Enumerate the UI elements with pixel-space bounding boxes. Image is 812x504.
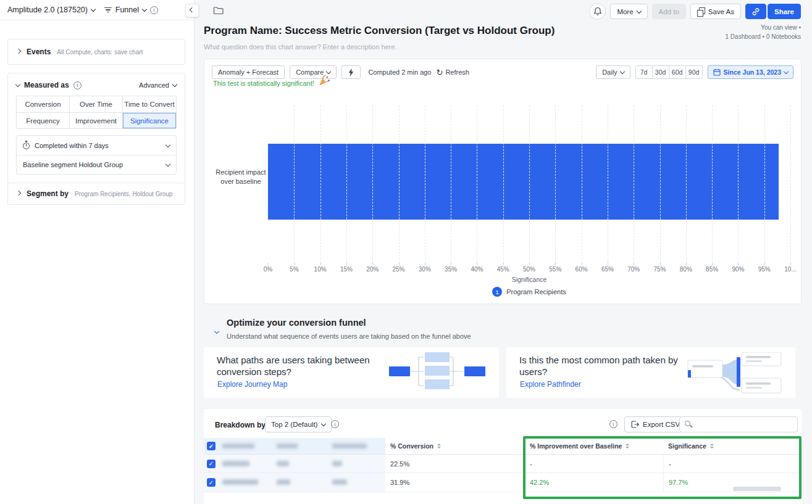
quick-insights-button[interactable] [341, 65, 361, 79]
explore-pathfinder-link[interactable]: Explore Pathfinder [520, 380, 581, 389]
chart-type-selector[interactable]: Funnel [104, 6, 146, 14]
tab-significance[interactable]: Significance [123, 112, 176, 128]
range-30d[interactable]: 30d [652, 65, 669, 79]
select-all-checkbox[interactable] [207, 442, 216, 450]
redacted-header-segment [222, 444, 254, 448]
chart-toolbar-left: Anomaly + Forecast Compare Computed 2 mi… [212, 65, 469, 79]
sidebar-collapse-button[interactable] [185, 4, 199, 17]
description-placeholder[interactable]: What question does this chart answer? En… [204, 43, 396, 51]
folder-icon[interactable] [213, 6, 224, 17]
add-to-button[interactable]: Add to [652, 4, 686, 19]
more-button[interactable]: More [610, 4, 647, 19]
sort-icon [626, 444, 629, 448]
chevron-down-icon [214, 329, 219, 334]
export-icon [631, 421, 639, 428]
chevron-down-icon [326, 69, 331, 74]
significance-bar[interactable] [268, 144, 779, 220]
range-90d[interactable]: 90d [685, 65, 703, 79]
anomaly-forecast-button[interactable]: Anomaly + Forecast [212, 65, 285, 79]
column-header-pct-conversion[interactable]: % Conversion [385, 438, 525, 454]
column-header-significance[interactable]: Significance [663, 438, 802, 454]
copy-link-button[interactable] [745, 4, 766, 19]
table-row[interactable]: 31.9% 42.2% 97.7% [204, 473, 802, 492]
tab-conversion[interactable]: Conversion [17, 96, 70, 112]
sort-icon [710, 444, 714, 448]
tab-over-time[interactable]: Over Time [70, 96, 123, 112]
tab-frequency[interactable]: Frequency [17, 112, 70, 128]
measured-as-tabs: Conversion Over Time Time to Convert Fre… [16, 96, 177, 129]
funnel-section-subtitle: Understand what sequence of events users… [227, 333, 471, 340]
funnel-icon [104, 7, 112, 13]
baseline-segment-row[interactable]: Baseline segment Holdout Group [17, 155, 176, 174]
cell-significance: - [663, 455, 802, 473]
chevron-down-icon [165, 162, 170, 167]
events-label: Events [27, 48, 51, 56]
baseline-segment-label: Baseline segment Holdout Group [23, 161, 123, 168]
table-row[interactable]: 22.5% - - [204, 455, 802, 473]
party-popper-icon [317, 74, 331, 88]
table-search[interactable] [679, 416, 798, 432]
completed-within-row[interactable]: Completed within 7 days [17, 136, 176, 155]
chevron-down-icon[interactable] [15, 82, 20, 87]
page-title[interactable]: Program Name: Success Metric Conversion … [204, 25, 555, 37]
column-header-improvement[interactable]: % Improvement over Baseline [525, 438, 663, 454]
pathfinder-question: Is this the most common path taken by us… [519, 355, 681, 378]
range-60d[interactable]: 60d [669, 65, 686, 79]
row-checkbox[interactable] [207, 478, 216, 487]
redacted-header-count [277, 444, 298, 448]
chevron-down-icon [619, 69, 624, 74]
notifications-button[interactable] [589, 3, 606, 20]
stopwatch-icon [23, 143, 30, 149]
advanced-toggle[interactable]: Advanced [139, 81, 177, 89]
horizontal-scrollbar[interactable] [733, 487, 781, 491]
events-summary: All Compute, charts: save chart [57, 49, 143, 56]
events-section[interactable]: Events All Compute, charts: save chart [7, 39, 185, 65]
measured-as-section: Measured as Advanced Conversion Over Tim… [7, 73, 185, 184]
interval-select[interactable]: Daily [596, 65, 630, 79]
info-icon[interactable] [609, 420, 617, 428]
date-range-button[interactable]: Since Jun 13, 2023 [708, 65, 793, 79]
info-icon[interactable] [331, 420, 339, 428]
row-checkbox[interactable] [207, 460, 216, 468]
lightning-icon [348, 68, 354, 76]
y-axis-label: Recipient impact over baseline [214, 168, 267, 187]
share-button[interactable]: Share [768, 4, 801, 19]
x-axis-title: Significance [268, 276, 790, 283]
collections-info[interactable]: 1 Dashboard • 0 Notebooks [726, 32, 801, 41]
plot-area [268, 105, 790, 263]
measured-as-label: Measured as [24, 81, 69, 89]
segment-by-section[interactable]: Segment by Program Recipients, Holdout G… [7, 183, 185, 205]
breakdown-by-label: Breakdown by: [215, 421, 268, 429]
explore-journey-map-link[interactable]: Explore Journey Map [217, 380, 287, 389]
save-as-button[interactable]: Save As [690, 4, 741, 19]
breakdown-selector[interactable]: Top 2 (Default) [265, 416, 332, 432]
redacted-text [277, 461, 289, 466]
refresh-button[interactable]: ↻ Refresh [437, 68, 469, 76]
chevron-right-icon [16, 191, 21, 196]
redacted-text [332, 479, 347, 485]
journey-map-illustration [389, 352, 489, 390]
info-icon[interactable] [73, 81, 82, 89]
tab-time-to-convert[interactable]: Time to Convert [123, 96, 176, 112]
pathfinder-illustration [684, 352, 785, 394]
tab-improvement[interactable]: Improvement [70, 112, 123, 128]
chart-legend[interactable]: 1 Program Recipients [268, 287, 790, 297]
info-icon[interactable] [150, 6, 158, 14]
cell-pct-conversion: 22.5% [385, 455, 525, 473]
header-actions: More Add to Save As Share [589, 3, 801, 20]
search-input[interactable] [697, 421, 792, 428]
cell-pct-conversion: 31.9% [385, 473, 525, 492]
sort-icon [437, 444, 441, 448]
export-csv-button[interactable]: Export CSV [624, 416, 687, 432]
significance-note: This test is statistically significant! [213, 79, 331, 88]
journey-map-card: What paths are users taking between conv… [204, 347, 499, 398]
range-7d[interactable]: 7d [635, 65, 653, 79]
completed-within-label: Completed within 7 days [35, 142, 109, 149]
table-header-left-group [204, 438, 385, 454]
workspace-selector[interactable]: Amplitude 2.0 (187520) [7, 6, 95, 14]
section-collapse-chevron[interactable] [215, 324, 219, 336]
access-info: You can view • 1 Dashboard • 0 Notebooks [726, 23, 801, 41]
sidebar-topbar: Amplitude 2.0 (187520) Funnel [0, 0, 194, 20]
table-header-row: % Conversion % Improvement over Baseline… [204, 438, 802, 455]
bell-icon [593, 7, 602, 16]
